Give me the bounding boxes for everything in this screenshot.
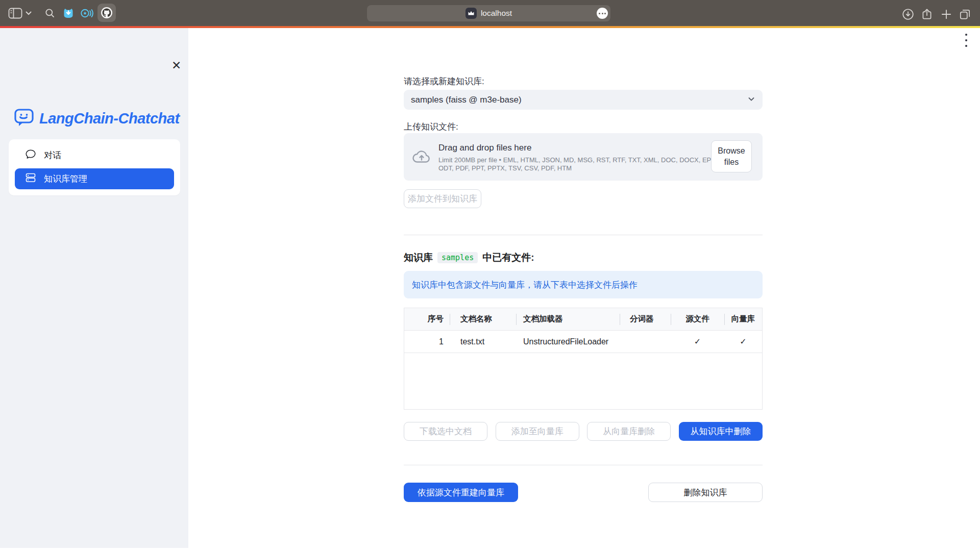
divider (404, 465, 763, 465)
dropzone-limit-line2: ODT, PDF, PPT, PPTX, TSV, CSV, PDF, HTM (438, 164, 722, 172)
row-actions: 下载选中文档 添加至向量库 从向量库删除 从知识库中删除 (404, 422, 763, 441)
chat-bubble-logo-icon (14, 108, 34, 129)
sidebar-item-dialogue[interactable]: 对话 (15, 145, 174, 166)
sidebar-toggle-icon[interactable] (8, 8, 22, 19)
cell-vector-store-check: ✓ (724, 331, 762, 353)
dropzone-limit-text: Limit 200MB per file • EML, HTML, JSON, … (438, 156, 722, 172)
app-menu-icon[interactable] (963, 34, 970, 47)
share-icon[interactable] (920, 8, 934, 21)
upload-label: 上传知识文件: (404, 121, 458, 133)
sidebar-item-knowledge-base[interactable]: 知识库管理 (15, 168, 174, 189)
address-bar[interactable]: localhost (367, 5, 610, 21)
chat-icon (25, 148, 36, 162)
remove-from-vector-store-button[interactable]: 从向量库删除 (587, 422, 671, 441)
heading-prefix: 知识库 (404, 251, 433, 264)
cat-download-extension-icon[interactable] (62, 7, 75, 19)
kb-select-label: 请选择或新建知识库: (404, 76, 484, 87)
heading-suffix: 中已有文件: (482, 251, 534, 264)
sidebar-item-label: 知识库管理 (44, 173, 87, 185)
cell-index: 1 (404, 331, 450, 353)
download-selected-button[interactable]: 下载选中文档 (404, 422, 487, 441)
kb-select-value: samples (faiss @ m3e-base) (411, 95, 747, 105)
table-row[interactable]: 1 test.txt UnstructuredFileLoader ✓ ✓ (404, 331, 762, 353)
cloud-upload-icon (412, 149, 431, 167)
delete-kb-button[interactable]: 删除知识库 (648, 483, 763, 502)
sidebar-bottom-strip (0, 548, 188, 551)
col-header-loader: 文档加载器 (516, 308, 620, 330)
downloads-icon[interactable] (901, 8, 915, 21)
chevron-down-icon[interactable] (26, 11, 32, 15)
add-files-to-kb-button[interactable]: 添加文件到知识库 (404, 189, 481, 208)
site-favicon (465, 8, 477, 19)
browse-files-button[interactable]: Browse files (711, 140, 752, 172)
file-dropzone[interactable]: Drag and drop files here Limit 200MB per… (404, 133, 763, 181)
table-header-row: 序号 文档名称 文档加载器 分词器 源文件 向量库 (404, 308, 762, 331)
search-icon[interactable] (45, 8, 55, 18)
sidebar-nav: 对话 知识库管理 (9, 139, 180, 195)
chevron-down-icon (747, 95, 755, 105)
rebuild-vector-store-button[interactable]: 依据源文件重建向量库 (404, 483, 518, 502)
col-header-source-file: 源文件 (671, 308, 724, 330)
kb-select[interactable]: samples (faiss @ m3e-base) (404, 90, 763, 110)
cell-source-file-check: ✓ (671, 331, 724, 353)
kb-name-code: samples (437, 252, 478, 263)
browser-toolbar: localhost (0, 0, 980, 26)
tab-overview-icon[interactable] (959, 8, 972, 21)
info-text: 知识库中包含源文件与向量库，请从下表中选择文件后操作 (412, 279, 638, 291)
app-logo: LangChain-Chatchat (14, 108, 180, 129)
info-banner: 知识库中包含源文件与向量库，请从下表中选择文件后操作 (404, 271, 763, 298)
add-to-vector-store-button[interactable]: 添加至向量库 (496, 422, 579, 441)
cell-loader: UnstructuredFileLoader (516, 331, 620, 353)
sidebar: ✕ LangChain-Chatchat 对话 (0, 28, 188, 548)
page-options-icon[interactable] (597, 8, 608, 19)
app-logo-text: LangChain-Chatchat (39, 110, 180, 127)
divider (404, 235, 763, 235)
sidebar-close-icon[interactable]: ✕ (172, 60, 181, 71)
dropzone-limit-line1: Limit 200MB per file • EML, HTML, JSON, … (438, 156, 722, 164)
sidebar-item-label: 对话 (44, 149, 61, 161)
files-section-heading: 知识库 samples 中已有文件: (404, 251, 534, 264)
address-text: localhost (481, 9, 512, 18)
delete-from-kb-button[interactable]: 从知识库中删除 (679, 422, 763, 441)
cell-doc-name: test.txt (450, 331, 516, 353)
radar-rings-extension-icon[interactable] (80, 7, 94, 19)
database-icon (25, 172, 36, 186)
col-header-splitter: 分词器 (620, 308, 671, 330)
files-table: 序号 文档名称 文档加载器 分词器 源文件 向量库 1 test.txt Uns… (404, 308, 763, 410)
new-tab-icon[interactable] (940, 8, 953, 21)
github-extension-icon[interactable] (97, 4, 116, 22)
col-header-doc-name: 文档名称 (450, 308, 516, 330)
dropzone-title: Drag and drop files here (438, 143, 531, 153)
cell-splitter (620, 331, 671, 353)
col-header-index: 序号 (404, 308, 450, 330)
col-header-vector-store: 向量库 (724, 308, 762, 330)
